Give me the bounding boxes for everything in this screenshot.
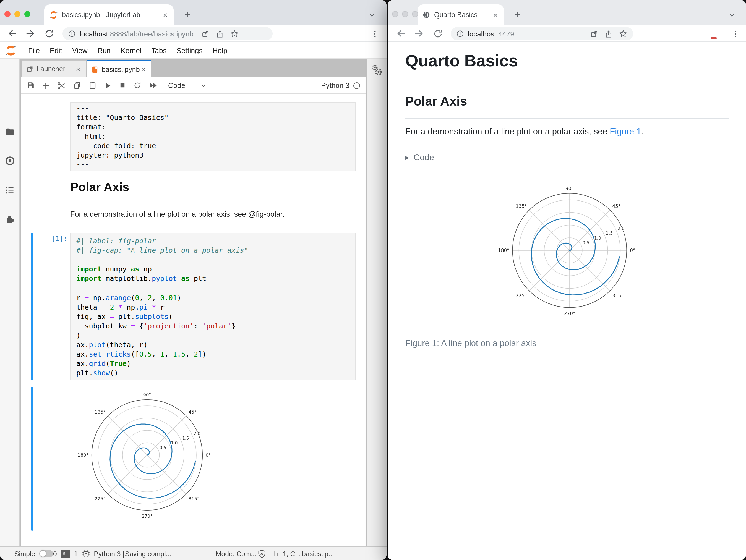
site-info-icon[interactable]	[68, 30, 76, 37]
browser-menu-icon[interactable]	[371, 29, 379, 39]
profile-badge	[711, 37, 717, 39]
window-close-button[interactable]	[392, 11, 398, 17]
site-info-icon[interactable]	[456, 30, 464, 37]
svg-text:0.5: 0.5	[160, 445, 166, 450]
back-button[interactable]	[395, 28, 406, 39]
browser-tab-jupyterlab[interactable]: basics.ipynb - JupyterLab ×	[44, 4, 174, 25]
dock-tab-launcher[interactable]: Launcher ×	[22, 60, 86, 78]
restart-run-all-button[interactable]	[149, 82, 157, 89]
run-cell-button[interactable]	[104, 82, 112, 89]
code-fold-label: Code	[414, 153, 434, 163]
share-icon[interactable]	[216, 30, 224, 38]
add-cell-button[interactable]	[42, 82, 50, 89]
menu-help[interactable]: Help	[207, 46, 232, 55]
copy-cells-button[interactable]	[73, 81, 81, 90]
section-heading: Polar Axis	[405, 94, 467, 109]
raw-yaml-cell[interactable]: ---title: "Quarto Basics"format: html: c…	[70, 102, 355, 171]
address-bar[interactable]: localhost:4479	[451, 27, 633, 40]
code-cell-editor[interactable]: #| label: fig-polar#| fig-cap: "A line p…	[70, 233, 355, 380]
cell-type-chevron-icon[interactable]	[200, 81, 207, 90]
url-text[interactable]: localhost:4479	[468, 30, 514, 38]
window-zoom-button[interactable]	[24, 11, 30, 17]
simple-mode-toggle[interactable]	[39, 550, 53, 557]
menu-run[interactable]: Run	[93, 46, 116, 55]
bookmark-star-icon[interactable]	[619, 29, 628, 38]
polar-plot-figure: 0°45°90°135°180°225°270°315°0.51.01.52.0	[493, 177, 647, 324]
svg-text:270°: 270°	[564, 311, 575, 316]
cell-type-select[interactable]: Code	[168, 81, 185, 90]
window-minimize-button[interactable]	[15, 11, 21, 17]
menu-settings[interactable]: Settings	[171, 46, 207, 55]
forward-button[interactable]	[414, 28, 425, 39]
menu-edit[interactable]: Edit	[45, 46, 67, 55]
statusbar-filename: basics.ip...	[302, 547, 334, 560]
svg-text:135°: 135°	[516, 203, 527, 209]
file-browser-icon[interactable]	[5, 126, 15, 137]
bookmark-star-icon[interactable]	[230, 29, 239, 38]
jupyterlab-main-area: Launcher × basics.ipynb ×	[0, 59, 386, 546]
dock-tab-close-icon[interactable]: ×	[140, 66, 147, 73]
svg-text:0.5: 0.5	[582, 240, 589, 245]
reload-button[interactable]	[433, 28, 443, 39]
svg-text:1.5: 1.5	[606, 231, 613, 236]
svg-text:1.0: 1.0	[594, 236, 601, 241]
kernel-status-icon[interactable]	[353, 82, 360, 89]
quarto-rendered-page: Quarto Basics Polar Axis For a demonstra…	[388, 42, 746, 560]
extension-manager-icon[interactable]	[5, 214, 15, 225]
new-tab-button[interactable]	[183, 9, 191, 19]
address-bar[interactable]: localhost:8888/lab/tree/basics.ipynb	[62, 27, 272, 40]
figure-caption: Figure 1: A line plot on a polar axis	[405, 338, 537, 348]
save-button[interactable]	[27, 81, 35, 90]
interrupt-kernel-button[interactable]	[119, 82, 126, 89]
browser-url-row: localhost:4479	[388, 25, 746, 42]
running-sessions-icon[interactable]	[5, 155, 15, 166]
quarto-preview-browser-window: Quarto Basics × localhost:4479	[388, 0, 746, 560]
tab-search-chevron-icon[interactable]	[728, 10, 736, 20]
figure-link[interactable]: Figure 1	[610, 126, 641, 136]
tab-close-icon[interactable]: ×	[162, 11, 169, 19]
cursor-position[interactable]: Ln 1, C...	[273, 547, 301, 560]
url-text[interactable]: localhost:8888/lab/tree/basics.ipynb	[80, 30, 194, 38]
tab-close-icon[interactable]: ×	[492, 11, 499, 19]
code-fold-toggle[interactable]: ▶ Code	[405, 153, 434, 163]
window-minimize-button[interactable]	[402, 11, 408, 17]
polar-plot-output: 0°45°90°135°180°225°270°315°0.51.01.52.0	[73, 384, 222, 526]
reload-button[interactable]	[44, 28, 54, 39]
restart-kernel-button[interactable]	[133, 81, 142, 90]
window-close-button[interactable]	[4, 11, 10, 17]
svg-text:90°: 90°	[143, 392, 151, 397]
table-of-contents-icon[interactable]	[5, 185, 15, 195]
command-mode-indicator[interactable]: Mode: Com...	[216, 547, 257, 560]
output-collapser[interactable]	[31, 387, 33, 531]
open-in-new-icon[interactable]	[201, 30, 209, 38]
macos-traffic-lights	[4, 11, 30, 17]
new-tab-button[interactable]	[514, 9, 521, 19]
forward-button[interactable]	[25, 28, 36, 39]
menu-view[interactable]: View	[67, 46, 93, 55]
property-inspector-icon[interactable]	[371, 64, 383, 78]
kernel-status-text[interactable]: Python 3 |...	[94, 550, 130, 558]
dock-tab-notebook[interactable]: basics.ipynb ×	[87, 60, 151, 78]
kernel-name[interactable]: Python 3	[321, 81, 349, 90]
browser-url-row: localhost:8888/lab/tree/basics.ipynb	[0, 25, 386, 42]
paste-cells-button[interactable]	[88, 81, 97, 90]
menu-kernel[interactable]: Kernel	[116, 46, 146, 55]
browser-menu-icon[interactable]	[731, 29, 740, 39]
jupyter-logo	[5, 45, 17, 56]
cut-cells-button[interactable]	[57, 81, 66, 90]
active-cell-collapser[interactable]	[31, 233, 33, 380]
back-button[interactable]	[7, 28, 17, 39]
dock-tab-close-icon[interactable]: ×	[75, 65, 81, 73]
menu-file[interactable]: File	[23, 46, 45, 55]
open-in-new-icon[interactable]	[590, 30, 598, 38]
tab-search-chevron-icon[interactable]	[368, 10, 375, 20]
browser-tab-strip: basics.ipynb - JupyterLab ×	[0, 0, 386, 25]
browser-tab-quarto[interactable]: Quarto Basics ×	[418, 4, 504, 25]
svg-text:2.0: 2.0	[194, 431, 200, 436]
notebook-content: ---title: "Quarto Basics"format: html: c…	[21, 94, 366, 546]
window-zoom-button[interactable]	[412, 11, 418, 17]
menu-tabs[interactable]: Tabs	[147, 46, 172, 55]
screenshot-stage: basics.ipynb - JupyterLab × localho	[0, 0, 746, 560]
share-icon[interactable]	[604, 30, 613, 38]
saving-status: Saving compl...	[125, 547, 171, 560]
